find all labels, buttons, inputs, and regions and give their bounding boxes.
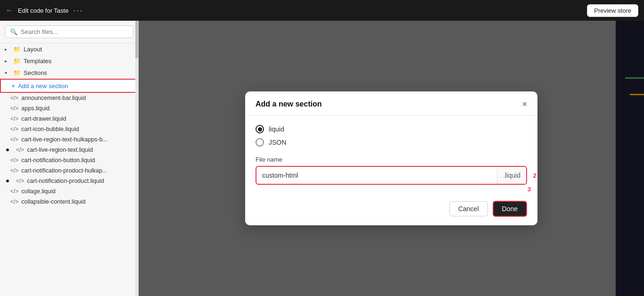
file-name: cart-notification-product.liquid	[27, 178, 104, 184]
file-name: cart-live-region-text-hulkapps-b...	[21, 136, 107, 143]
file-name: announcement-bar.liquid	[21, 95, 86, 101]
more-options-icon[interactable]: ···	[73, 6, 83, 16]
code-icon: </>	[10, 167, 18, 174]
code-icon: </>	[10, 126, 18, 132]
file-name: cart-notification-button.liquid	[21, 157, 95, 164]
done-button[interactable]: Done	[493, 201, 527, 217]
file-name-input-wrap: .liquid	[256, 166, 527, 185]
code-icon: </>	[10, 105, 18, 112]
sidebar-label-layout: Layout	[24, 46, 42, 53]
code-icon: </>	[10, 115, 18, 122]
radio-label-liquid: liquid	[269, 125, 284, 133]
modal-header: Add a new section ×	[245, 91, 537, 115]
file-item-collage[interactable]: </> collage.liquid	[0, 186, 138, 197]
modal-footer: 3 Cancel Done	[245, 194, 537, 225]
chevron-right-icon: ▸	[5, 47, 10, 52]
file-name: cart-notification-product-hulkap...	[21, 167, 107, 174]
dot-indicator	[6, 148, 9, 151]
file-name: cart-drawer.liquid	[21, 115, 66, 122]
file-name: apps.liquid	[21, 105, 50, 112]
file-name-input[interactable]	[256, 167, 497, 184]
add-new-section-item[interactable]: + Add a new section 1	[0, 79, 138, 93]
dot-indicator	[6, 180, 9, 182]
code-icon: </>	[16, 147, 24, 153]
sidebar-label-templates: Templates	[24, 58, 51, 65]
radio-option-json[interactable]: JSON	[256, 138, 527, 147]
file-item-cart-live-region-text[interactable]: </> cart-live-region-text.liquid	[0, 145, 138, 155]
code-icon: </>	[10, 198, 18, 205]
code-icon: </>	[10, 136, 18, 143]
close-icon[interactable]: ×	[522, 100, 527, 108]
topbar-right: Preview store	[587, 4, 638, 17]
folder-icon: 📁	[13, 69, 21, 76]
file-name: collage.liquid	[21, 188, 55, 195]
modal-dialog: Add a new section × liquid	[245, 91, 537, 225]
sidebar-item-layout[interactable]: ▸ 📁 Layout	[0, 43, 138, 55]
add-section-label: Add a new section	[18, 82, 68, 90]
chevron-down-icon: ▾	[5, 70, 10, 75]
file-item-cart-notification-product-hulk[interactable]: </> cart-notification-product-hulkap...	[0, 165, 138, 176]
search-input[interactable]	[21, 28, 128, 35]
topbar-title: Edit code for Taste	[18, 7, 68, 14]
file-name: collapsible-content.liquid	[21, 198, 85, 205]
modal-body: liquid JSON File name .liquid	[245, 115, 537, 194]
radio-option-liquid[interactable]: liquid	[256, 125, 527, 133]
folder-icon: 📁	[13, 46, 21, 53]
file-name-label: File name	[256, 156, 527, 163]
folder-icon: 📁	[13, 58, 21, 65]
main-layout: 🔍 ▸ 📁 Layout ▸ 📁 Templates ▾ 📁 Section	[0, 21, 644, 296]
sidebar-scroll: ▸ 📁 Layout ▸ 📁 Templates ▾ 📁 Sections + …	[0, 43, 138, 296]
preview-store-button[interactable]: Preview store	[587, 4, 638, 17]
code-icon: </>	[10, 188, 18, 195]
back-icon[interactable]: ←	[6, 6, 13, 15]
radio-group: liquid JSON	[256, 125, 527, 147]
file-item-cart-notification-button[interactable]: </> cart-notification-button.liquid	[0, 155, 138, 165]
file-item-cart-notification-product[interactable]: </> cart-notification-product.liquid	[0, 176, 138, 186]
cancel-button[interactable]: Cancel	[449, 201, 488, 216]
sidebar-item-sections[interactable]: ▾ 📁 Sections	[0, 67, 138, 79]
search-box: 🔍	[0, 21, 138, 43]
search-input-wrap[interactable]: 🔍	[5, 25, 133, 38]
modal-overlay: Add a new section × liquid	[139, 21, 644, 296]
code-icon: </>	[10, 157, 18, 164]
sidebar-scrollbar-thumb[interactable]	[135, 21, 138, 58]
content-area: Add a new section × liquid	[139, 21, 644, 296]
file-item-apps[interactable]: </> apps.liquid	[0, 103, 138, 114]
file-name-suffix: .liquid	[497, 167, 526, 184]
radio-circle-liquid	[256, 125, 264, 133]
chevron-right-icon: ▸	[5, 58, 10, 64]
code-icon: </>	[10, 95, 18, 101]
file-name-field-wrap: .liquid 2	[256, 166, 527, 185]
file-name: cart-live-region-text.liquid	[27, 147, 93, 153]
sidebar: 🔍 ▸ 📁 Layout ▸ 📁 Templates ▾ 📁 Section	[0, 21, 139, 296]
topbar: ← Edit code for Taste ··· Preview store	[0, 0, 644, 21]
file-item-announcement-bar[interactable]: </> announcement-bar.liquid	[0, 93, 138, 103]
file-item-cart-drawer[interactable]: </> cart-drawer.liquid	[0, 114, 138, 124]
topbar-left: ← Edit code for Taste ···	[6, 6, 83, 16]
radio-circle-json	[256, 138, 264, 147]
plus-icon: +	[11, 82, 15, 90]
file-item-cart-live-region-hulk[interactable]: </> cart-live-region-text-hulkapps-b...	[0, 134, 138, 145]
file-name: cart-icon-bubble.liquid	[21, 126, 79, 132]
code-icon: </>	[16, 178, 24, 184]
badge-2: 2	[533, 172, 537, 179]
sidebar-item-templates[interactable]: ▸ 📁 Templates	[0, 55, 138, 67]
sidebar-label-sections: Sections	[24, 69, 47, 76]
file-item-cart-icon-bubble[interactable]: </> cart-icon-bubble.liquid	[0, 124, 138, 134]
badge-3: 3	[528, 186, 531, 193]
file-item-collapsible-content[interactable]: </> collapsible-content.liquid	[0, 197, 138, 207]
search-icon: 🔍	[10, 28, 17, 35]
modal-title: Add a new section	[256, 100, 322, 108]
sidebar-scrollbar-track	[135, 21, 138, 296]
radio-label-json: JSON	[269, 139, 286, 146]
